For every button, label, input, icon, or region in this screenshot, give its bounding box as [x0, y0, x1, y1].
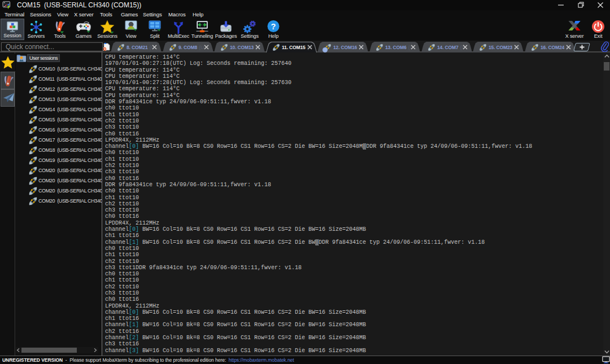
svg-text:?: ?: [271, 22, 276, 31]
